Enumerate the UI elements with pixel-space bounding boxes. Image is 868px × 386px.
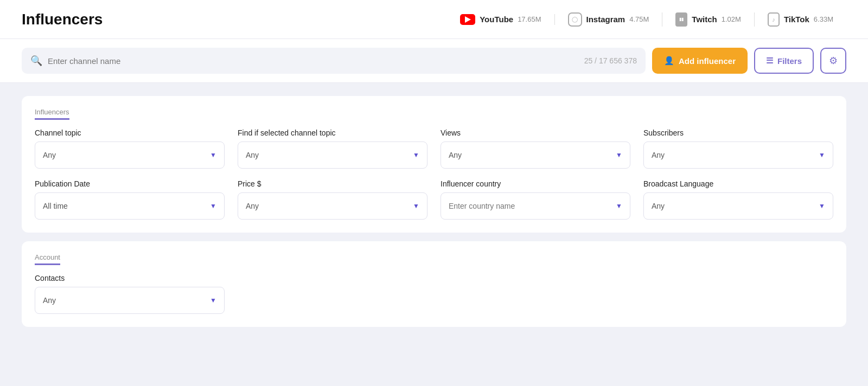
- filter-views: Views Any ▼: [441, 128, 630, 169]
- platform-twitch[interactable]: Twitch 1.02M: [662, 12, 755, 27]
- contacts-chevron: ▼: [210, 297, 216, 304]
- influencers-section-label: Influencers: [35, 108, 69, 120]
- publication-date-select[interactable]: All time ▼: [35, 192, 225, 220]
- youtube-count: 17.65M: [518, 15, 541, 23]
- contacts-label: Contacts: [35, 274, 225, 282]
- search-icon: 🔍: [30, 55, 42, 67]
- views-select[interactable]: Any ▼: [441, 141, 630, 169]
- publication-date-chevron: ▼: [210, 202, 216, 210]
- platform-instagram[interactable]: Instagram 4.75M: [555, 12, 663, 27]
- filter-channel-topic: Channel topic Any ▼: [35, 128, 225, 169]
- country-input[interactable]: [449, 202, 616, 210]
- channel-topic-select[interactable]: Any ▼: [35, 141, 225, 169]
- influencers-section: Influencers Channel topic Any ▼ Find if …: [22, 96, 846, 233]
- account-section-label: Account: [35, 253, 60, 265]
- instagram-count: 4.75M: [629, 15, 649, 23]
- header: Influencers YouTube 17.65M Instagram 4.7…: [0, 0, 868, 39]
- country-chevron: ▼: [616, 202, 622, 210]
- views-value: Any: [449, 151, 462, 159]
- search-input[interactable]: [48, 56, 579, 66]
- page-title: Influencers: [22, 11, 103, 28]
- main-content: Influencers Channel topic Any ▼ Find if …: [0, 83, 868, 349]
- influencer-country-select[interactable]: ▼: [441, 192, 630, 220]
- add-influencer-icon: 👤: [664, 56, 674, 66]
- add-influencer-label: Add influencer: [679, 56, 736, 66]
- twitch-icon: [675, 12, 687, 27]
- broadcast-language-label: Broadcast Language: [643, 179, 833, 188]
- tiktok-count: 6.33M: [814, 15, 833, 23]
- subscribers-chevron: ▼: [819, 151, 825, 159]
- influencers-filter-grid: Channel topic Any ▼ Find if selected cha…: [35, 128, 833, 220]
- price-label: Price $: [238, 179, 427, 188]
- filter-broadcast-language: Broadcast Language Any ▼: [643, 179, 833, 220]
- views-chevron: ▼: [616, 151, 622, 159]
- channel-topic-chevron: ▼: [210, 151, 216, 159]
- youtube-name: YouTube: [480, 15, 513, 24]
- publication-date-label: Publication Date: [35, 179, 225, 188]
- find-channel-topic-chevron: ▼: [413, 151, 419, 159]
- platform-tiktok[interactable]: ♪ TikTok 6.33M: [755, 12, 846, 27]
- subscribers-value: Any: [652, 151, 665, 159]
- platform-youtube[interactable]: YouTube 17.65M: [447, 14, 554, 25]
- twitch-name: Twitch: [692, 15, 717, 24]
- platform-stats: YouTube 17.65M Instagram 4.75M Twitch 1.…: [447, 12, 846, 27]
- search-count: 25 / 17 656 378: [584, 56, 637, 65]
- views-label: Views: [441, 128, 630, 137]
- filter-price: Price $ Any ▼: [238, 179, 427, 220]
- channel-topic-value: Any: [43, 151, 56, 159]
- influencers-section-header: Influencers: [35, 107, 833, 120]
- search-box: 🔍 25 / 17 656 378: [22, 48, 646, 74]
- find-channel-topic-select[interactable]: Any ▼: [238, 141, 427, 169]
- filter-influencer-country: Influencer country ▼: [441, 179, 630, 220]
- filter-publication-date: Publication Date All time ▼: [35, 179, 225, 220]
- broadcast-language-chevron: ▼: [819, 202, 825, 210]
- filters-label: Filters: [777, 56, 802, 66]
- contacts-value: Any: [43, 296, 56, 305]
- subscribers-select[interactable]: Any ▼: [643, 141, 833, 169]
- channel-topic-label: Channel topic: [35, 128, 225, 137]
- youtube-icon: [460, 14, 475, 25]
- filter-contacts: Contacts Any ▼: [35, 274, 225, 314]
- price-select[interactable]: Any ▼: [238, 192, 427, 220]
- account-filter-grid: Contacts Any ▼: [35, 274, 833, 314]
- instagram-icon: [568, 12, 582, 27]
- twitch-count: 1.02M: [722, 15, 741, 23]
- filters-button[interactable]: ☰ Filters: [754, 48, 814, 74]
- broadcast-language-value: Any: [652, 202, 665, 210]
- tiktok-icon: ♪: [768, 12, 780, 27]
- settings-icon: ⚙: [829, 55, 838, 67]
- settings-button[interactable]: ⚙: [820, 48, 846, 74]
- filter-find-channel-topic: Find if selected channel topic Any ▼: [238, 128, 427, 169]
- price-value: Any: [246, 202, 259, 210]
- account-section: Account Contacts Any ▼: [22, 241, 846, 327]
- publication-date-value: All time: [43, 202, 68, 210]
- broadcast-language-select[interactable]: Any ▼: [643, 192, 833, 220]
- account-section-header: Account: [35, 252, 833, 265]
- toolbar: 🔍 25 / 17 656 378 👤 Add influencer ☰ Fil…: [0, 39, 868, 83]
- filter-subscribers: Subscribers Any ▼: [643, 128, 833, 169]
- add-influencer-button[interactable]: 👤 Add influencer: [652, 48, 748, 74]
- subscribers-label: Subscribers: [643, 128, 833, 137]
- instagram-name: Instagram: [586, 15, 626, 24]
- price-chevron: ▼: [413, 202, 419, 210]
- tiktok-name: TikTok: [784, 15, 809, 24]
- find-channel-topic-label: Find if selected channel topic: [238, 128, 427, 137]
- filters-icon: ☰: [766, 56, 773, 66]
- find-channel-topic-value: Any: [246, 151, 259, 159]
- influencer-country-label: Influencer country: [441, 179, 630, 188]
- contacts-select[interactable]: Any ▼: [35, 287, 225, 314]
